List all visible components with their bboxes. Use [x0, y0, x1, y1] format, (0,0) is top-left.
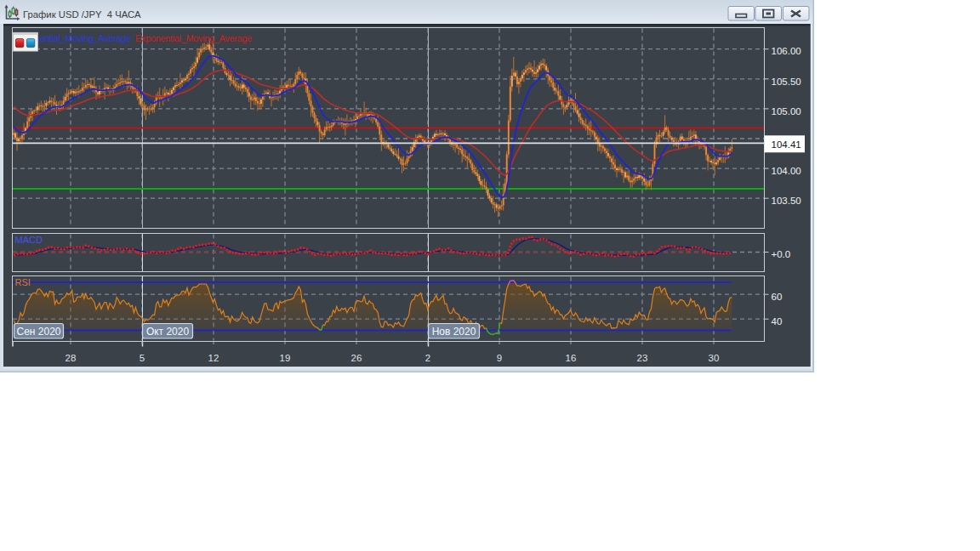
svg-text:30: 30	[709, 353, 720, 363]
svg-text:26: 26	[351, 353, 362, 363]
svg-text:106.00: 106.00	[772, 46, 801, 56]
svg-text:Нов 2020: Нов 2020	[432, 326, 476, 338]
svg-text:40: 40	[772, 316, 783, 327]
svg-text:28: 28	[66, 353, 77, 363]
svg-text:MACD: MACD	[15, 235, 43, 245]
svg-text:12: 12	[208, 353, 219, 363]
svg-text:105.00: 105.00	[772, 106, 801, 116]
svg-text:Exponential_Moving_Average: Exponential_Moving_Average	[135, 33, 252, 43]
svg-text:RSI: RSI	[15, 277, 31, 287]
svg-text:9: 9	[497, 353, 502, 363]
svg-text:Окт 2020: Окт 2020	[146, 326, 190, 338]
svg-text:19: 19	[280, 353, 291, 363]
svg-text:16: 16	[566, 353, 577, 363]
svg-text:105.50: 105.50	[772, 77, 801, 87]
svg-text:График USD /JPY 4 ЧАСА: График USD /JPY 4 ЧАСА	[23, 9, 141, 20]
svg-text:2: 2	[425, 353, 430, 363]
svg-text:Сен 2020: Сен 2020	[17, 326, 61, 338]
svg-text:60: 60	[772, 292, 783, 302]
svg-text:104.41: 104.41	[772, 139, 801, 150]
svg-text:23: 23	[637, 353, 648, 363]
svg-text:103.50: 103.50	[772, 196, 801, 206]
svg-text:5: 5	[140, 353, 145, 363]
svg-text:+0.0: +0.0	[772, 249, 791, 259]
svg-text:104.00: 104.00	[772, 166, 801, 176]
